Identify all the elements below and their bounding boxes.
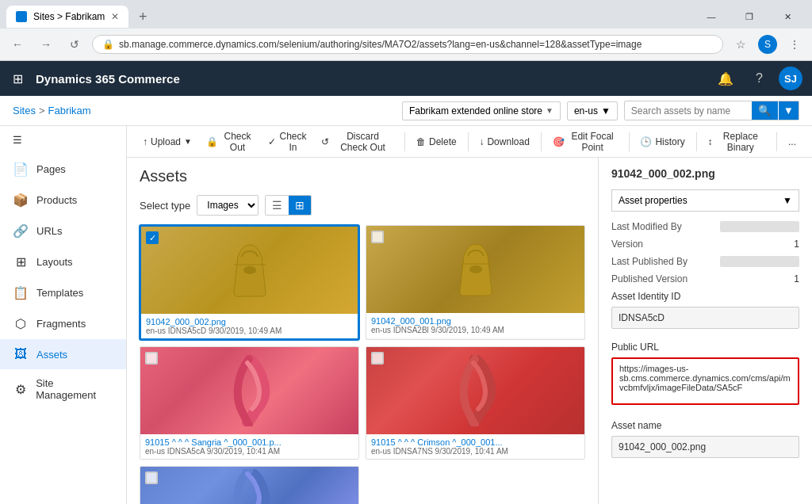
panel-title: 91042_000_002.png xyxy=(611,167,799,180)
image-info-2: 91042_000_001.png en-us IDNSA2Bl 9/30/20… xyxy=(366,313,584,338)
address-bar[interactable]: 🔒 sb.manage.commerce.dynamics.com/seleni… xyxy=(92,35,723,54)
search-more-btn[interactable]: ▼ xyxy=(778,101,799,120)
public-url-textarea[interactable]: https://images-us-sb.cms.commerce.dynami… xyxy=(611,357,799,405)
history-btn[interactable]: 🕒 History xyxy=(634,133,691,151)
maximize-btn[interactable]: ❐ xyxy=(731,6,768,28)
sidebar-item-products[interactable]: 📦 Products xyxy=(0,185,126,216)
fragments-icon: ⬡ xyxy=(13,316,29,331)
extensions-btn[interactable]: ⋮ xyxy=(783,33,806,55)
search-input[interactable] xyxy=(625,102,752,120)
right-panel: 91042_000_002.png Asset properties ▼ Las… xyxy=(598,158,812,504)
download-btn[interactable]: ↓ Download xyxy=(473,133,535,151)
toolbar: ↑ Upload ▼ 🔒 Check Out ✓ Check In ↺ Disc… xyxy=(127,126,812,158)
checkin-label: Check In xyxy=(279,131,307,153)
view-toggle: ☰ ⊞ xyxy=(265,195,312,216)
sidebar-item-assets[interactable]: 🖼 Assets xyxy=(0,339,126,369)
published-version-value: 1 xyxy=(794,273,799,284)
waffle-icon[interactable]: ⊞ xyxy=(10,68,26,90)
dropdown-label: Asset properties xyxy=(619,195,688,206)
window-controls: — ❐ ✕ xyxy=(693,6,806,28)
checkout-btn[interactable]: 🔒 Check Out xyxy=(200,128,260,156)
image-name-1: 91042_000_002.png xyxy=(146,317,353,326)
minimize-btn[interactable]: — xyxy=(693,6,730,28)
tab-close-btn[interactable]: ✕ xyxy=(111,11,119,22)
checkin-btn[interactable]: ✓ Check In xyxy=(262,128,313,156)
sidebar-item-templates[interactable]: 📋 Templates xyxy=(0,277,126,308)
image-item[interactable]: 91042_000_002.png en-us IDNSA5cD 9/30/20… xyxy=(140,225,359,340)
lang-dropdown[interactable]: en-us ▼ xyxy=(567,101,618,120)
checkout-label: Check Out xyxy=(221,131,254,153)
item-checkbox-4[interactable] xyxy=(371,352,384,365)
panel-inner: 91042_000_002.png Asset properties ▼ Las… xyxy=(599,158,812,474)
sidebar-item-pages[interactable]: 📄 Pages xyxy=(0,154,126,185)
item-checkbox-1[interactable] xyxy=(146,231,159,244)
image-info-3: 91015 ^ ^ ^ Sangria ^_000_001.p... en-us… xyxy=(140,434,358,459)
checkin-icon: ✓ xyxy=(268,136,276,147)
last-published-value xyxy=(720,256,799,267)
item-checkbox-2[interactable] xyxy=(371,231,384,243)
breadcrumb-fabrikam[interactable]: Fabrikam xyxy=(48,105,91,116)
list-view-btn[interactable]: ☰ xyxy=(266,196,289,215)
back-btn[interactable]: ← xyxy=(6,33,29,55)
asset-identity-input[interactable] xyxy=(611,307,799,329)
asset-properties-dropdown[interactable]: Asset properties ▼ xyxy=(611,189,799,212)
download-icon: ↓ xyxy=(479,136,484,147)
image-item[interactable]: 91015 ^ ^ ^ Sangria ^_000_001.p... en-us… xyxy=(140,346,359,460)
published-version-row: Published Version 1 xyxy=(611,273,799,284)
image-item[interactable]: 91015 ^ ^ ^ Crimson ^_000_001... en-us I… xyxy=(366,346,585,460)
edit-focal-btn[interactable]: 🎯 Edit Focal Point xyxy=(546,128,624,156)
upload-btn[interactable]: ↑ Upload ▼ xyxy=(136,133,198,151)
new-tab-btn[interactable]: + xyxy=(132,6,154,28)
image-item[interactable] xyxy=(140,466,359,504)
discard-btn[interactable]: ↺ Discard Check Out xyxy=(315,128,400,156)
sidebar-label-templates: Templates xyxy=(36,287,83,299)
breadcrumb-sep: > xyxy=(39,105,45,116)
store-dropdown[interactable]: Fabrikam extended online store ▼ xyxy=(402,101,561,120)
image-meta-4: en-us IDNSA7NS 9/30/2019, 10:41 AM xyxy=(371,447,580,456)
help-icon[interactable]: ? xyxy=(749,68,769,89)
replace-icon: ↕ xyxy=(708,136,713,147)
type-select[interactable]: Images xyxy=(197,195,259,216)
user-avatar[interactable]: SJ xyxy=(779,67,802,90)
version-label: Version xyxy=(611,239,643,250)
item-checkbox-5[interactable] xyxy=(145,472,158,484)
refresh-btn[interactable]: ↺ xyxy=(63,33,86,55)
close-btn[interactable]: ✕ xyxy=(769,6,806,28)
replace-binary-btn[interactable]: ↕ Replace Binary xyxy=(702,128,772,156)
url-text: sb.manage.commerce.dynamics.com/selenium… xyxy=(119,39,642,50)
breadcrumb-sites[interactable]: Sites xyxy=(13,105,36,116)
delete-btn[interactable]: 🗑 Delete xyxy=(410,133,463,151)
breadcrumb-bar: Sites > Fabrikam Fabrikam extended onlin… xyxy=(0,96,812,126)
address-bar-row: ← → ↺ 🔒 sb.manage.commerce.dynamics.com/… xyxy=(0,29,812,60)
store-selector: Fabrikam extended online store ▼ en-us ▼… xyxy=(402,101,799,120)
assets-content: Assets Select type Images ☰ ⊞ xyxy=(127,158,812,504)
pages-icon: 📄 xyxy=(13,162,29,177)
search-box: 🔍 ▼ xyxy=(624,101,799,120)
sidebar-item-site-management[interactable]: ⚙ Site Management xyxy=(0,369,126,409)
focal-icon: 🎯 xyxy=(553,136,565,147)
upload-label: Upload xyxy=(151,136,181,147)
notification-icon[interactable]: 🔔 xyxy=(711,68,740,90)
browser-tab[interactable]: Sites > Fabrikam ✕ xyxy=(6,6,128,28)
scarf-svg-5 xyxy=(224,469,275,505)
scarf-svg-4 xyxy=(450,355,501,426)
image-meta-1: en-us IDNSA5cD 9/30/2019, 10:49 AM xyxy=(146,326,353,335)
more-btn[interactable]: ... xyxy=(782,133,802,151)
item-checkbox-3[interactable] xyxy=(145,352,158,365)
sidebar-label-layouts: Layouts xyxy=(36,256,73,268)
search-btn[interactable]: 🔍 xyxy=(752,101,778,120)
assets-main: Assets Select type Images ☰ ⊞ xyxy=(127,158,598,504)
last-published-label: Last Published By xyxy=(611,256,688,267)
sidebar-item-fragments[interactable]: ⬡ Fragments xyxy=(0,308,126,339)
content-area: ↑ Upload ▼ 🔒 Check Out ✓ Check In ↺ Disc… xyxy=(127,126,812,504)
sidebar-item-layouts[interactable]: ⊞ Layouts xyxy=(0,246,126,277)
image-item[interactable]: 91042_000_001.png en-us IDNSA2Bl 9/30/20… xyxy=(366,225,585,340)
grid-view-btn[interactable]: ⊞ xyxy=(289,196,311,215)
asset-name-input[interactable] xyxy=(611,436,799,458)
profile-btn[interactable]: S xyxy=(758,35,777,54)
forward-btn[interactable]: → xyxy=(35,33,57,55)
sidebar-item-urls[interactable]: 🔗 URLs xyxy=(0,216,126,246)
star-btn[interactable]: ☆ xyxy=(730,33,752,55)
delete-icon: 🗑 xyxy=(416,136,426,147)
sidebar-toggle[interactable]: ☰ xyxy=(0,126,126,154)
